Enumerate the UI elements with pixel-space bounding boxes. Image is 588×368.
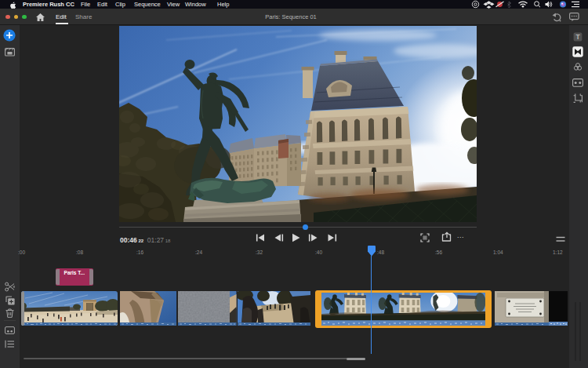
svg-text:T: T [575, 33, 580, 41]
